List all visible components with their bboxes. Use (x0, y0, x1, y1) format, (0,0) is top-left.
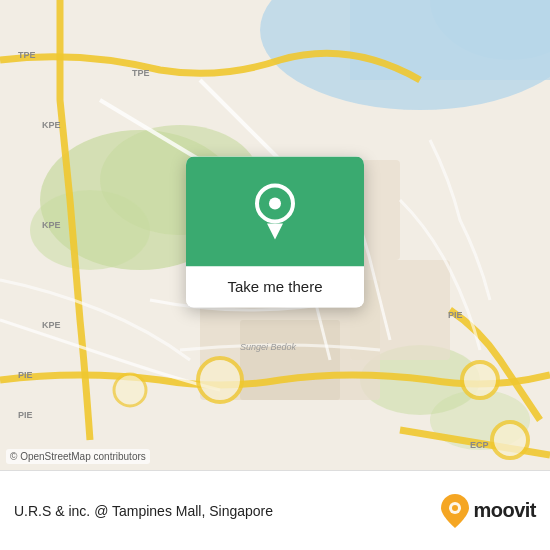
svg-text:KPE: KPE (42, 320, 61, 330)
svg-rect-10 (240, 320, 340, 400)
take-me-there-button[interactable]: Take me there (186, 266, 364, 307)
svg-point-24 (462, 362, 498, 398)
svg-rect-12 (350, 260, 450, 360)
svg-text:PIE: PIE (18, 370, 33, 380)
location-pin-icon (251, 183, 299, 239)
bottom-bar: U.R.S & inc. @ Tampines Mall, Singapore … (0, 470, 550, 550)
svg-point-25 (114, 374, 146, 406)
location-card: Take me there (186, 156, 364, 307)
svg-point-23 (198, 358, 242, 402)
svg-point-28 (452, 505, 458, 511)
moovit-wordmark: moovit (473, 499, 536, 522)
svg-text:TPE: TPE (18, 50, 36, 60)
svg-text:PIE: PIE (448, 310, 463, 320)
svg-text:PIE: PIE (18, 410, 33, 420)
svg-text:KPE: KPE (42, 120, 61, 130)
moovit-pin-icon (441, 494, 469, 528)
map-attribution: © OpenStreetMap contributors (6, 449, 150, 464)
svg-rect-3 (350, 0, 550, 80)
location-text: U.R.S & inc. @ Tampines Mall, Singapore (14, 503, 441, 519)
svg-text:KPE: KPE (42, 220, 61, 230)
svg-point-26 (492, 422, 528, 458)
svg-point-6 (30, 190, 150, 270)
app: TPE TPE KPE KPE KPE PIE PIE PIE ECP Sung… (0, 0, 550, 550)
svg-text:TPE: TPE (132, 68, 150, 78)
moovit-logo: moovit (441, 494, 536, 528)
map-area[interactable]: TPE TPE KPE KPE KPE PIE PIE PIE ECP Sung… (0, 0, 550, 470)
svg-text:Sungei Bedok: Sungei Bedok (240, 342, 297, 352)
svg-text:ECP: ECP (470, 440, 489, 450)
card-header (186, 156, 364, 266)
